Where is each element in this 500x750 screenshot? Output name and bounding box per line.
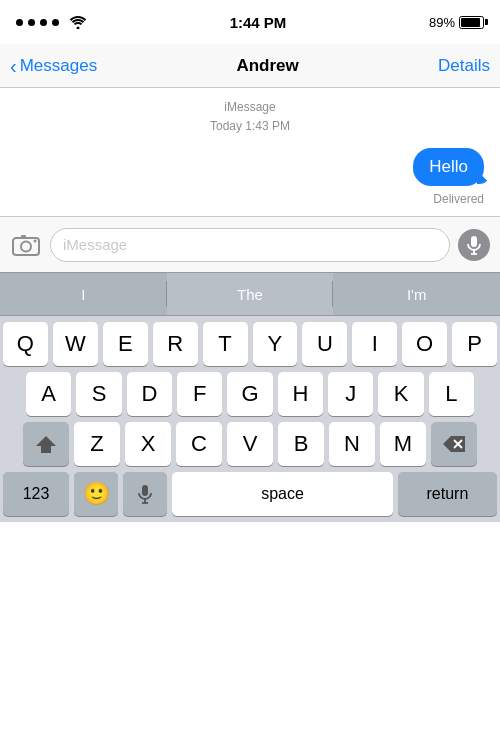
key-k[interactable]: K xyxy=(378,372,423,416)
svg-marker-8 xyxy=(36,436,56,453)
camera-icon xyxy=(12,234,40,256)
svg-point-4 xyxy=(34,239,37,242)
signal-dot-3 xyxy=(40,19,47,26)
key-v[interactable]: V xyxy=(227,422,273,466)
status-bar: 1:44 PM 89% xyxy=(0,0,500,44)
signal-dot-1 xyxy=(16,19,23,26)
mic-icon xyxy=(467,235,481,255)
battery-percent: 89% xyxy=(429,15,455,30)
message-bubble: Hello xyxy=(413,148,484,186)
predictive-item-3[interactable]: I'm xyxy=(333,273,500,315)
key-z[interactable]: Z xyxy=(74,422,120,466)
predictive-item-1[interactable]: I xyxy=(0,273,167,315)
delete-icon xyxy=(442,435,466,453)
details-button[interactable]: Details xyxy=(438,56,490,76)
svg-point-0 xyxy=(77,27,80,30)
keyboard-row-2: A S D F G H J K L xyxy=(0,366,500,416)
back-chevron-icon: ‹ xyxy=(10,56,17,76)
key-a[interactable]: A xyxy=(26,372,71,416)
message-input[interactable]: iMessage xyxy=(50,228,450,262)
signal-wifi-area xyxy=(16,15,87,29)
key-f[interactable]: F xyxy=(177,372,222,416)
delete-key[interactable] xyxy=(431,422,477,466)
nav-title: Andrew xyxy=(236,56,298,76)
battery-area: 89% xyxy=(429,15,484,30)
nav-bar: ‹ Messages Andrew Details xyxy=(0,44,500,88)
key-e[interactable]: E xyxy=(103,322,148,366)
svg-point-2 xyxy=(21,241,31,251)
key-q[interactable]: Q xyxy=(3,322,48,366)
back-button[interactable]: ‹ Messages xyxy=(10,56,97,76)
key-o[interactable]: O xyxy=(402,322,447,366)
key-b[interactable]: B xyxy=(278,422,324,466)
signal-dot-2 xyxy=(28,19,35,26)
camera-button[interactable] xyxy=(10,229,42,261)
keyboard-mic-key[interactable] xyxy=(123,472,167,516)
key-m[interactable]: M xyxy=(380,422,426,466)
keyboard: Q W E R T Y U I O P A S D F G H J K L Z … xyxy=(0,316,500,522)
battery-icon xyxy=(459,16,484,29)
keyboard-row-3: Z X C V B N M xyxy=(0,416,500,466)
mic-button[interactable] xyxy=(458,229,490,261)
key-j[interactable]: J xyxy=(328,372,373,416)
key-x[interactable]: X xyxy=(125,422,171,466)
key-s[interactable]: S xyxy=(76,372,121,416)
message-area: iMessage Today 1:43 PM Hello Delivered xyxy=(0,88,500,216)
status-time: 1:44 PM xyxy=(230,14,287,31)
key-u[interactable]: U xyxy=(302,322,347,366)
svg-rect-3 xyxy=(21,235,26,238)
key-i[interactable]: I xyxy=(352,322,397,366)
message-placeholder: iMessage xyxy=(63,236,127,253)
emoji-key[interactable]: 🙂 xyxy=(74,472,118,516)
key-y[interactable]: Y xyxy=(253,322,298,366)
input-bar: iMessage xyxy=(0,216,500,272)
shift-key[interactable] xyxy=(23,422,69,466)
message-timestamp: iMessage Today 1:43 PM xyxy=(210,98,290,136)
delivered-label: Delivered xyxy=(0,192,500,206)
svg-rect-5 xyxy=(471,236,477,247)
keyboard-row-1: Q W E R T Y U I O P xyxy=(0,316,500,366)
num-key[interactable]: 123 xyxy=(3,472,69,516)
space-key[interactable]: space xyxy=(172,472,392,516)
shift-icon xyxy=(35,433,57,455)
key-n[interactable]: N xyxy=(329,422,375,466)
keyboard-bottom-row: 123 🙂 space return xyxy=(0,466,500,522)
key-p[interactable]: P xyxy=(452,322,497,366)
svg-rect-11 xyxy=(142,485,148,496)
keyboard-mic-icon xyxy=(138,484,152,504)
key-r[interactable]: R xyxy=(153,322,198,366)
message-bubble-row: Hello xyxy=(0,148,500,186)
back-label: Messages xyxy=(20,56,97,76)
wifi-icon xyxy=(69,15,87,29)
key-t[interactable]: T xyxy=(203,322,248,366)
key-h[interactable]: H xyxy=(278,372,323,416)
predictive-bar: I The I'm xyxy=(0,272,500,316)
key-l[interactable]: L xyxy=(429,372,474,416)
signal-dot-4 xyxy=(52,19,59,26)
key-g[interactable]: G xyxy=(227,372,272,416)
key-d[interactable]: D xyxy=(127,372,172,416)
predictive-item-2[interactable]: The xyxy=(167,273,334,315)
key-w[interactable]: W xyxy=(53,322,98,366)
return-key[interactable]: return xyxy=(398,472,497,516)
key-c[interactable]: C xyxy=(176,422,222,466)
emoji-icon: 🙂 xyxy=(83,481,110,507)
battery-fill xyxy=(461,18,480,27)
